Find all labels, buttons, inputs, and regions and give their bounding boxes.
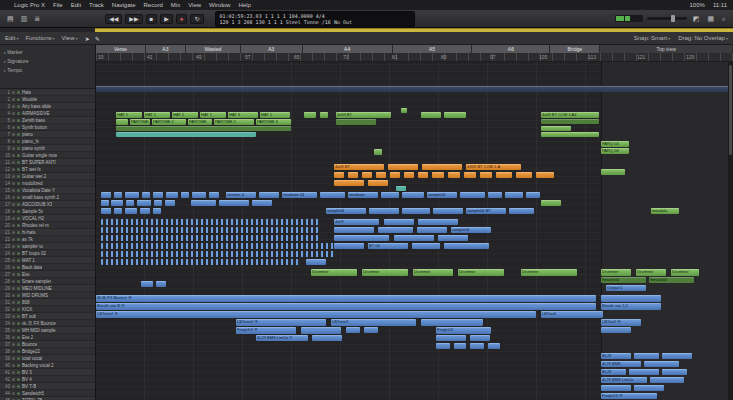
mute-button[interactable] [12,322,15,325]
region[interactable] [368,180,388,186]
solo-button[interactable] [17,98,20,101]
vertical-scrollbar[interactable] [728,61,733,400]
region[interactable] [384,219,414,225]
track-header-row[interactable]: 3Airy bass slide [0,103,95,110]
solo-button[interactable] [17,287,20,290]
controlbar-icon[interactable]: ◩ [691,15,702,22]
mute-button[interactable] [12,329,15,332]
region[interactable]: LB7une4 [331,319,416,326]
mute-button[interactable] [12,259,15,262]
toolbar-menu[interactable]: Drag: No Overlap [678,35,728,41]
region[interactable] [336,119,376,125]
region[interactable] [541,132,599,137]
rewind-button[interactable]: ◀◀ [105,14,122,24]
region[interactable] [436,343,450,349]
tool-button[interactable]: ➤ [85,35,90,42]
solo-button[interactable] [17,280,20,283]
mute-button[interactable] [12,161,15,164]
menu-item[interactable]: Mix [171,2,180,8]
solo-button[interactable] [17,203,20,206]
solo-button[interactable] [17,343,20,346]
solo-button[interactable] [17,154,20,157]
region[interactable]: 4L29 BMS LimCo 3 [256,335,308,341]
region[interactable]: Freq/ch3 ④ [236,327,296,334]
region[interactable] [509,208,534,214]
region[interactable] [140,208,150,214]
menu-item[interactable]: Record [144,2,163,8]
region[interactable] [526,192,540,198]
mute-button[interactable] [12,385,15,388]
region[interactable] [126,200,134,206]
region[interactable]: mixdown 04 [282,192,317,198]
region[interactable] [306,259,326,265]
mute-button[interactable] [12,196,15,199]
solo-button[interactable] [17,126,20,129]
track-header-row[interactable]: 34由.器 FX Bounce [0,320,95,327]
mute-button[interactable] [12,203,15,206]
mute-button[interactable] [12,273,15,276]
solo-button[interactable] [17,252,20,255]
region[interactable] [111,200,123,206]
track-header-row[interactable]: 36Ess 2 [0,334,95,341]
mute-button[interactable] [12,308,15,311]
track-header-row[interactable]: 27Ess [0,271,95,278]
mute-button[interactable] [12,175,15,178]
region[interactable]: HAT 1 [260,112,290,118]
region[interactable] [601,295,661,302]
track-header-row[interactable]: 4AIRMASSIVE [0,110,95,117]
region[interactable] [496,172,512,178]
mute-button[interactable] [12,133,15,136]
menu-item[interactable]: Edit [71,2,81,8]
mute-button[interactable] [12,126,15,129]
track-header-row[interactable]: 21hi-hats [0,229,95,236]
region[interactable] [101,251,336,257]
mute-button[interactable] [12,147,15,150]
track-header-row[interactable]: 9piano synth [0,145,95,152]
mute-button[interactable] [12,350,15,353]
cycle-button[interactable]: ↻ [190,14,203,24]
menu-item[interactable]: Logic Pro X [14,2,45,8]
region[interactable] [378,227,413,233]
region[interactable] [252,200,272,206]
region[interactable] [153,192,163,198]
track-header-row[interactable]: 28Snare sampler [0,278,95,285]
track-header-row[interactable]: 25MAT 1 [0,257,95,264]
mute-button[interactable] [12,378,15,381]
global-track-signature[interactable]: Signature [4,57,91,66]
toolbar-menu-view[interactable]: View [62,35,78,41]
region[interactable] [96,86,733,92]
solo-button[interactable] [17,245,20,248]
solo-button[interactable] [17,266,20,269]
arrangement-marker[interactable]: A3 [146,45,186,53]
track-header-row[interactable]: 41BV 3 [0,369,95,376]
region[interactable] [418,219,458,225]
region[interactable] [364,327,378,333]
controlbar-icon[interactable]: ⌕ [720,15,728,22]
lcd-display[interactable]: 01:02:59:23.03 1 1 1 1 104.0000 4/4 120 … [215,11,415,27]
region[interactable] [396,186,406,191]
region[interactable] [460,192,485,198]
region[interactable] [432,172,444,178]
solo-button[interactable] [17,112,20,115]
region[interactable]: LB7une4 ④ [96,311,536,318]
mute-button[interactable] [12,336,15,339]
forward-button[interactable]: ▶▶ [125,14,142,24]
region[interactable] [369,208,399,214]
region[interactable] [301,327,341,334]
region[interactable] [114,192,122,198]
region[interactable] [438,235,468,241]
region[interactable]: 4x09 [334,219,379,225]
region[interactable] [644,361,679,367]
region[interactable]: PARTIME 2 [152,119,186,125]
region[interactable] [394,235,434,241]
region[interactable]: PARTIME 2 [214,119,254,125]
mute-button[interactable] [12,112,15,115]
track-header-row[interactable]: 7piano [0,131,95,138]
region[interactable] [601,169,625,175]
region[interactable] [629,369,659,375]
region[interactable]: Freq/ch3 ④ [601,393,657,399]
solo-button[interactable] [17,336,20,339]
solo-button[interactable] [17,147,20,150]
region[interactable]: 由.器 FX Bounce ④ [96,295,596,302]
region[interactable] [141,281,153,287]
